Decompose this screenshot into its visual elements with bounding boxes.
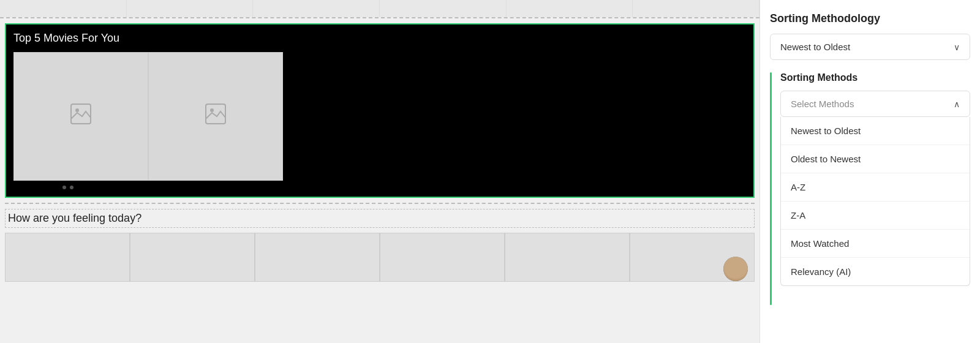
top-strip-item <box>507 0 633 17</box>
carousel-dot[interactable] <box>70 186 74 189</box>
top-thumbnail-strip <box>0 0 760 18</box>
sort-option-oldest-to-newest[interactable]: Oldest to Newest <box>781 145 970 173</box>
top5-movies-section: Top 5 Movies For You <box>5 23 755 198</box>
top-strip-item <box>633 0 760 17</box>
chevron-up-icon: ∧ <box>954 99 960 109</box>
carousel-dot[interactable] <box>62 186 66 189</box>
main-content: Top 5 Movies For You <box>0 0 760 343</box>
sidebar: Sorting Methodology Newest to Oldest ∨ S… <box>760 0 980 343</box>
movies-section-title: Top 5 Movies For You <box>13 32 746 45</box>
feeling-thumbnail[interactable] <box>505 233 630 282</box>
select-methods-dropdown[interactable]: Select Methods ∧ <box>780 91 970 117</box>
feeling-thumbnail[interactable] <box>630 233 755 282</box>
movie-thumbnail[interactable] <box>148 52 283 181</box>
sort-option-z-a[interactable]: Z-A <box>781 202 970 230</box>
movies-thumbnails-row <box>13 52 746 181</box>
green-accent-bar <box>770 72 772 305</box>
feeling-section-title: How are you feeling today? <box>5 209 755 228</box>
feeling-thumbnail[interactable] <box>380 233 505 282</box>
svg-point-1 <box>75 108 79 112</box>
sorting-methods-title: Sorting Methods <box>780 72 970 83</box>
sorting-methodology-title: Sorting Methodology <box>770 12 970 25</box>
feeling-thumbnail[interactable] <box>130 233 255 282</box>
feeling-thumbnails-row <box>5 233 755 282</box>
sort-option-most-watched[interactable]: Most Watched <box>781 230 970 258</box>
feeling-thumbnail[interactable] <box>255 233 380 282</box>
image-placeholder-icon <box>70 103 92 130</box>
feeling-thumbnail[interactable] <box>5 233 130 282</box>
avatar-face <box>723 257 748 281</box>
feeling-section: How are you feeling today? <box>5 203 755 282</box>
avatar <box>723 257 748 281</box>
image-placeholder-icon <box>205 103 227 130</box>
sorting-methods-options-list: Newest to Oldest Oldest to Newest A-Z Z-… <box>780 117 970 286</box>
sorting-methods-section: Sorting Methods Select Methods ∧ Newest … <box>770 72 970 305</box>
sort-option-relevancy-ai[interactable]: Relevancy (AI) <box>781 258 970 285</box>
top-strip-item <box>380 0 507 17</box>
sorting-methodology-dropdown[interactable]: Newest to Oldest ∨ <box>770 34 970 60</box>
sorting-methods-content: Sorting Methods Select Methods ∧ Newest … <box>780 72 970 286</box>
chevron-down-icon: ∨ <box>954 42 960 52</box>
select-methods-placeholder: Select Methods <box>791 99 854 109</box>
sorting-methodology-value: Newest to Oldest <box>780 42 850 52</box>
sort-option-newest-to-oldest[interactable]: Newest to Oldest <box>781 117 970 145</box>
movie-thumbnail[interactable] <box>13 52 148 181</box>
top-strip-item <box>0 0 127 17</box>
carousel-dots <box>13 186 746 189</box>
top-strip-item <box>253 0 380 17</box>
svg-point-3 <box>210 108 214 112</box>
sort-option-a-z[interactable]: A-Z <box>781 173 970 202</box>
top-strip-item <box>127 0 254 17</box>
